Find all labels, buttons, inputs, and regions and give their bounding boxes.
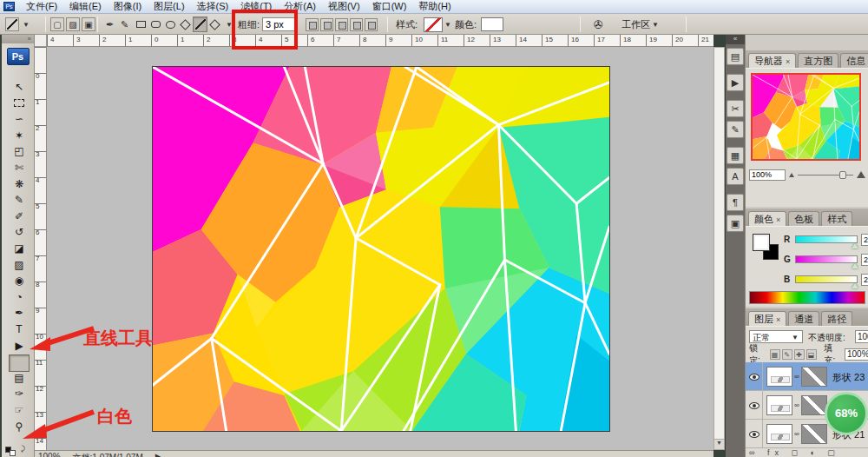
draw-mode-icon[interactable]: ▣ (82, 17, 95, 31)
history-brush-tool[interactable]: ↺ (9, 225, 30, 240)
navigator-zoom-slider[interactable] (798, 175, 853, 176)
eyedropper-tool[interactable]: ✑ (9, 387, 30, 401)
menu-item[interactable]: 视图(V) (322, 0, 366, 13)
clone-stamp-tool[interactable]: ✐ (9, 209, 30, 224)
navigator-thumbnail[interactable] (751, 73, 861, 161)
quick-select-tool[interactable]: ✶ (9, 129, 30, 143)
slider-thumb-icon[interactable] (852, 283, 858, 288)
lock-icon[interactable]: ⬓ (806, 349, 817, 360)
draw-mode-icon[interactable]: ▢ (50, 17, 64, 31)
zoom-out-icon[interactable] (789, 173, 794, 177)
character-panel-icon[interactable]: A (727, 168, 744, 185)
bridge-button[interactable]: ✇ (594, 14, 603, 35)
style-picker[interactable]: ▼ (424, 14, 453, 35)
crop-tool[interactable]: ◰ (9, 144, 30, 159)
layer-thumbnail[interactable] (766, 424, 792, 444)
vector-mask-thumbnail[interactable] (801, 367, 827, 387)
gradient-tool[interactable]: ▨ (9, 258, 30, 273)
notes-tool[interactable]: ▤ (9, 371, 30, 386)
path-operation-icon[interactable] (320, 18, 333, 31)
brushes-panel-icon[interactable]: ✎ (727, 121, 744, 138)
layer-thumbnail[interactable] (766, 367, 792, 387)
tab-图层[interactable]: 图层× (748, 311, 786, 326)
opacity-value[interactable]: 100% (855, 330, 868, 343)
draw-mode-icon[interactable]: ▨ (66, 17, 80, 31)
artwork-image[interactable] (152, 66, 610, 432)
menu-item[interactable]: 文件(F) (20, 0, 63, 13)
tab-导航器[interactable]: 导航器× (748, 53, 796, 68)
tab-路径[interactable]: 路径 (821, 311, 852, 326)
channel-value[interactable]: 255 (861, 274, 868, 286)
lasso-tool[interactable]: ∽ (9, 112, 30, 127)
tab-样式[interactable]: 样式 (821, 211, 852, 226)
actions-panel-icon[interactable]: ▶ (727, 74, 744, 91)
dock-collapse-button[interactable]: « (726, 35, 745, 44)
dodge-tool[interactable]: ◔ (9, 290, 30, 305)
custom-shape-tool-icon[interactable] (207, 17, 222, 32)
layers-panel-buttons[interactable]: ∞ fx ◻ ◐ ▢ (749, 448, 868, 457)
paragraph-panel-icon[interactable]: ¶ (727, 194, 744, 211)
rectangle-tool-icon[interactable] (134, 17, 148, 32)
tab-色板[interactable]: 色板 (788, 211, 819, 226)
zoom-tool[interactable]: ⚲ (9, 420, 30, 434)
zoom-in-icon[interactable] (857, 171, 865, 178)
scroll-down-arrow-icon[interactable]: ▼ (714, 439, 724, 449)
vertical-scrollbar[interactable]: ▼ (713, 47, 725, 450)
pen-tool[interactable]: ✒ (9, 306, 30, 321)
slider-thumb-icon[interactable] (852, 263, 858, 268)
lock-icon[interactable]: ▦ (770, 349, 780, 360)
eraser-tool[interactable]: ◪ (9, 242, 30, 256)
path-operation-icon[interactable] (365, 18, 378, 31)
ellipse-tool-icon[interactable] (163, 17, 178, 32)
menu-item[interactable]: 图层(L) (148, 0, 190, 13)
type-tool[interactable]: T (9, 322, 30, 337)
hand-tool[interactable]: ☞ (9, 403, 30, 418)
channel-value[interactable]: 255 (861, 254, 868, 266)
tool-preset-preview[interactable]: ▼ (5, 14, 31, 35)
navigator-zoom-input[interactable] (749, 169, 786, 181)
tab-颜色[interactable]: 颜色× (748, 211, 786, 226)
polygon-tool-icon[interactable] (178, 17, 193, 32)
marquee-tool[interactable] (9, 96, 30, 111)
menu-item[interactable]: 编辑(E) (63, 0, 108, 13)
layer-thumbnail[interactable] (766, 395, 792, 415)
menu-item[interactable]: 选择(S) (191, 0, 235, 13)
line-tool[interactable] (9, 354, 30, 372)
fill-value[interactable]: 100% (845, 348, 868, 361)
lock-icon[interactable]: ✚ (794, 349, 805, 360)
tab-直方图[interactable]: 直方图 (798, 53, 838, 68)
slider-handle[interactable] (839, 171, 846, 179)
color-spectrum-bar[interactable] (749, 291, 865, 304)
menu-item[interactable]: 窗口(W) (366, 0, 413, 13)
menu-item[interactable]: 图像(I) (108, 0, 148, 13)
channel-slider[interactable] (795, 255, 858, 263)
healing-brush-tool[interactable]: ❋ (9, 177, 30, 192)
lock-icon[interactable]: ✎ (782, 349, 792, 360)
blur-tool[interactable]: ◉ (9, 274, 30, 288)
path-operation-icon[interactable] (335, 18, 348, 31)
channel-value[interactable]: 255 (861, 234, 868, 246)
visibility-cell[interactable] (746, 391, 763, 420)
toolbar-collapse-button[interactable]: » (2, 35, 34, 43)
eye-icon[interactable] (749, 431, 760, 438)
tab-信息[interactable]: 信息 (840, 53, 868, 68)
eye-icon[interactable] (749, 374, 760, 381)
rounded-rect-tool-icon[interactable] (148, 17, 163, 32)
clone-source-panel-icon[interactable]: ▦ (727, 147, 744, 164)
line-tool-icon[interactable] (193, 17, 207, 32)
move-tool[interactable]: ↖ (9, 80, 30, 95)
channel-slider[interactable] (795, 235, 858, 243)
status-zoom[interactable]: 100% (38, 452, 61, 457)
menu-item[interactable]: 帮助(H) (412, 0, 457, 13)
shape-color-picker[interactable] (481, 14, 503, 35)
eye-icon[interactable] (749, 402, 760, 409)
pen-tool-icon[interactable]: ✎ (117, 19, 132, 30)
path-operation-icon[interactable] (306, 18, 319, 31)
slider-thumb-icon[interactable] (852, 243, 858, 248)
document-canvas-area[interactable] (47, 47, 713, 450)
brush-tool[interactable]: ✎ (9, 193, 30, 208)
workspace-button[interactable]: 工作区▼ (621, 14, 661, 35)
vector-mask-thumbnail[interactable] (801, 395, 827, 415)
tab-通道[interactable]: 通道 (788, 311, 819, 326)
visibility-cell[interactable] (746, 420, 763, 448)
